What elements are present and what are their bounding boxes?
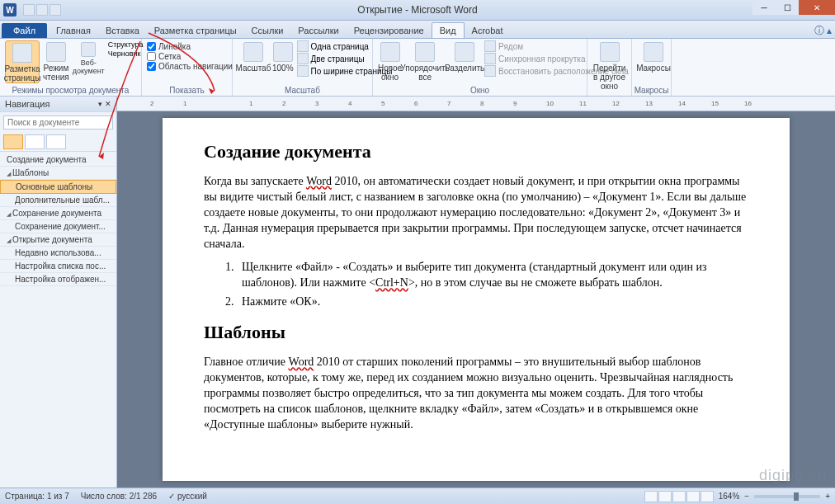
one-page-icon [297, 40, 309, 52]
redo-icon[interactable] [50, 4, 61, 16]
btn-rezhim[interactable]: Режим чтения [43, 40, 69, 82]
view-btn-1[interactable] [644, 491, 658, 502]
navtree-item[interactable]: Создание документа [0, 153, 116, 167]
navpane-header: Навигация ▾ ✕ [0, 97, 116, 112]
work-area: Навигация ▾ ✕ Создание документаШаблоныО… [0, 97, 835, 488]
tab-vstavka[interactable]: Вставка [98, 23, 147, 38]
group-macros: Макросы Макросы [632, 39, 672, 96]
title-bar: W Открытие - Microsoft Word ─ ☐ ✕ [0, 0, 835, 21]
group-switch: Перейти в другое окно [587, 39, 632, 96]
chk-navpanel[interactable]: Область навигации [147, 62, 233, 71]
navtab-pages[interactable] [25, 134, 45, 149]
web-icon [81, 42, 96, 57]
navpane-close-icon[interactable]: ▾ ✕ [98, 100, 111, 108]
navtree-item[interactable]: Настройка отображен... [0, 273, 116, 286]
tab-acrobat[interactable]: Acrobat [465, 23, 511, 38]
search-input[interactable] [3, 115, 113, 130]
navpane-tabs [0, 133, 116, 152]
undo-icon[interactable] [36, 4, 48, 16]
navtree-item[interactable]: Шаблоны [0, 167, 116, 180]
save-icon[interactable] [23, 4, 35, 16]
navtree-item[interactable]: Дополнительные шабл... [0, 194, 116, 207]
group-zoom: Масштаб 100% Одна страница Две страницы … [233, 39, 373, 96]
btn-razmetka[interactable]: Разметка страницы [5, 40, 40, 83]
btn-chernovik[interactable]: Черновик [108, 49, 144, 58]
document-scroll[interactable]: Создание документа Когда вы запускаете W… [117, 111, 835, 488]
group-window: Новое окно Упорядочить все Разделить Ряд… [373, 39, 587, 96]
view-btn-4[interactable] [686, 491, 700, 502]
navtree-item[interactable]: Недавно использова... [0, 247, 116, 260]
tab-rassylki[interactable]: Рассылки [290, 23, 346, 38]
horizontal-ruler[interactable]: 21 12 34 56 78 910 1112 1314 1516 [117, 97, 835, 111]
minimize-button[interactable]: ─ [752, 0, 776, 15]
status-words[interactable]: Число слов: 2/1 286 [81, 492, 157, 501]
word-icon: W [3, 3, 17, 16]
tab-ssylki[interactable]: Ссылки [244, 23, 291, 38]
navpane-title: Навигация [5, 99, 50, 109]
btn-100[interactable]: 100% [272, 40, 294, 73]
doc-link-ctrln: Ctrl+N [375, 276, 408, 289]
nav-tree: Создание документаШаблоныОсновные шаблон… [0, 152, 116, 488]
reading-icon [46, 42, 66, 62]
btn-switch-window[interactable]: Перейти в другое окно [592, 40, 626, 91]
navtree-item[interactable]: Открытие документа [0, 233, 116, 247]
list-item: Щелкните «Файл» - «Создать» и выберите т… [237, 260, 748, 291]
btn-new-window[interactable]: Новое окно [378, 40, 402, 82]
navtab-headings[interactable] [3, 134, 23, 149]
status-zoom[interactable]: 164% [719, 492, 740, 501]
zoom-slider[interactable] [754, 495, 820, 498]
zoom100-icon [273, 42, 293, 62]
zoom-minus[interactable]: − [744, 492, 749, 501]
btn-web[interactable]: Веб-документ [73, 40, 105, 75]
view-btn-5[interactable] [701, 491, 714, 502]
document-page[interactable]: Создание документа Когда вы запускаете W… [163, 118, 790, 481]
new-window-icon [380, 42, 400, 62]
page-width-icon [297, 65, 309, 77]
btn-masshtab[interactable]: Масштаб [238, 40, 269, 73]
btn-macros[interactable]: Макросы [637, 40, 670, 73]
tab-vid[interactable]: Вид [432, 22, 465, 38]
heading-1: Создание документа [204, 141, 748, 163]
tab-file[interactable]: Файл [2, 23, 47, 38]
view-btn-3[interactable] [672, 491, 686, 502]
ordered-list-1: Щелкните «Файл» - «Создать» и выберите т… [237, 260, 748, 310]
view-btn-2[interactable] [658, 491, 672, 502]
navtree-item[interactable]: Основные шаблоны [0, 180, 116, 194]
ribbon-tabs: Файл Главная Вставка Разметка страницы С… [0, 21, 835, 39]
split-icon [455, 42, 474, 62]
paragraph-2: Главное отличие Word 2010 от старших пок… [204, 355, 748, 432]
help-icon[interactable]: ⓘ ▴ [814, 24, 832, 38]
status-lang[interactable]: ✓ русский [168, 492, 207, 501]
maximize-button[interactable]: ☐ [776, 0, 799, 15]
tab-glavnaya[interactable]: Главная [49, 23, 98, 38]
two-pages-icon [297, 53, 309, 64]
btn-struktura[interactable]: Структура [108, 40, 144, 49]
chk-setka[interactable]: Сетка [147, 52, 233, 61]
window-title: Открытие - Microsoft Word [357, 4, 477, 16]
navtree-item[interactable]: Сохранение документ... [0, 220, 116, 233]
navigation-pane: Навигация ▾ ✕ Создание документаШаблоныО… [0, 97, 117, 488]
btn-arrange[interactable]: Упорядочить все [405, 40, 445, 82]
group-show: Линейка Сетка Область навигации Показать [142, 39, 233, 96]
switch-window-icon [600, 42, 620, 62]
doc-link-word[interactable]: Word [306, 175, 332, 187]
doc-link-word2[interactable]: Word [289, 356, 314, 368]
restore-icon [484, 65, 496, 77]
tab-review[interactable]: Рецензирование [347, 23, 432, 38]
tab-razmetka[interactable]: Разметка страницы [147, 23, 244, 38]
zoom-plus[interactable]: + [825, 492, 830, 501]
navtree-item[interactable]: Настройка списка пос... [0, 260, 116, 273]
paragraph-1: Когда вы запускаете Word 2010, он автома… [204, 174, 748, 252]
close-button[interactable]: ✕ [799, 0, 835, 15]
side-by-side-icon [484, 40, 496, 52]
page-layout-icon [12, 43, 32, 63]
btn-split[interactable]: Разделить [448, 40, 481, 73]
group-label-window: Окно [373, 86, 587, 95]
arrange-icon [415, 42, 435, 62]
navtab-results[interactable] [46, 134, 66, 149]
navtree-item[interactable]: Сохранение документа [0, 207, 116, 220]
heading-2: Шаблоны [204, 322, 748, 343]
status-page[interactable]: Страница: 1 из 7 [5, 492, 69, 501]
navpane-search [0, 112, 116, 133]
chk-lineyka[interactable]: Линейка [147, 42, 233, 51]
